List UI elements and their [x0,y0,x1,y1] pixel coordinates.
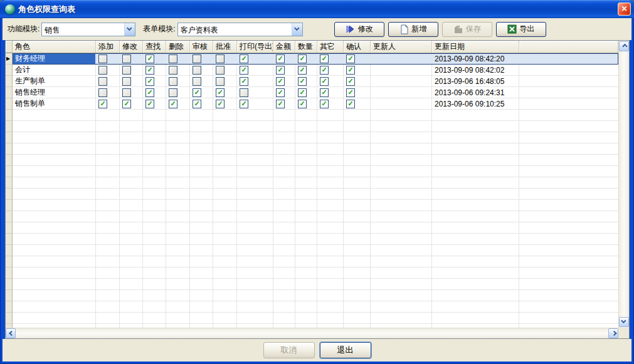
exit-button[interactable]: 退出 [320,342,371,358]
permission-checkbox[interactable]: ✓ [346,55,355,63]
permission-checkbox[interactable]: ✓ [169,100,177,108]
permission-cell[interactable]: ✓ [120,76,143,87]
cancel-button[interactable]: 取消 [263,342,315,358]
permission-checkbox[interactable]: ✓ [145,77,154,86]
permission-checkbox[interactable]: ✓ [98,77,107,86]
export-button[interactable]: 导出 [496,22,546,37]
permission-cell[interactable]: ✓ [295,65,317,76]
permission-checkbox[interactable]: ✓ [145,55,154,63]
permission-checkbox[interactable]: ✓ [216,55,225,63]
permission-checkbox[interactable]: ✓ [98,55,107,63]
column-header-perm[interactable]: 其它 [317,41,344,53]
permission-checkbox[interactable]: ✓ [276,55,285,63]
permission-cell[interactable]: ✓ [96,65,120,76]
new-button[interactable]: 新增 [388,22,438,37]
table-row[interactable]: ▶财务经理✓✓✓✓✓✓✓✓✓✓✓2013-09-09 08:42:20 [6,53,618,65]
permission-cell[interactable]: ✓ [295,87,317,98]
permission-cell[interactable]: ✓ [237,98,273,110]
permission-checkbox[interactable]: ✓ [216,88,225,97]
permission-cell[interactable]: ✓ [143,65,166,76]
column-header-updater[interactable]: 更新人 [371,41,432,53]
permission-checkbox[interactable]: ✓ [298,88,307,97]
permission-checkbox[interactable]: ✓ [240,88,248,97]
permission-cell[interactable]: ✓ [213,76,237,87]
column-header-perm[interactable]: 审核 [190,41,213,53]
permission-checkbox[interactable]: ✓ [298,66,307,75]
permission-cell[interactable]: ✓ [120,53,143,65]
updated-date-cell[interactable]: 2013-09-09 08:42:20 [432,53,519,65]
updated-by-cell[interactable] [371,65,432,76]
table-row[interactable]: 生产制单✓✓✓✓✓✓✓✓✓✓✓2013-09-06 16:48:05 [6,76,618,87]
permission-checkbox[interactable]: ✓ [145,100,154,108]
permission-cell[interactable]: ✓ [317,87,344,98]
permission-checkbox[interactable]: ✓ [298,55,307,63]
permission-checkbox[interactable]: ✓ [145,66,154,75]
permission-checkbox[interactable]: ✓ [122,88,131,97]
permission-checkbox[interactable]: ✓ [346,77,355,86]
updated-by-cell[interactable] [371,87,432,98]
permission-checkbox[interactable]: ✓ [122,66,131,75]
permission-cell[interactable]: ✓ [190,76,213,87]
permission-cell[interactable]: ✓ [273,53,295,65]
permission-checkbox[interactable]: ✓ [320,66,329,75]
permission-checkbox[interactable]: ✓ [216,77,225,86]
permission-cell[interactable]: ✓ [96,76,120,87]
column-header-perm[interactable]: 数量 [295,41,317,53]
permission-checkbox[interactable]: ✓ [276,88,285,97]
column-header-role[interactable]: 角色 [13,41,96,53]
form-combobox[interactable]: 客户资料表 [177,23,303,36]
permission-checkbox[interactable]: ✓ [122,100,131,108]
permission-checkbox[interactable]: ✓ [276,66,285,75]
permission-checkbox[interactable]: ✓ [240,77,248,86]
permission-checkbox[interactable]: ✓ [298,77,307,86]
scroll-right-icon[interactable] [608,328,618,338]
permission-cell[interactable]: ✓ [190,53,213,65]
permission-cell[interactable]: ✓ [213,87,237,98]
updated-date-cell[interactable]: 2013-09-06 09:24:31 [432,87,519,98]
updated-by-cell[interactable] [371,98,432,110]
scroll-left-icon[interactable] [6,328,16,338]
role-cell[interactable]: 财务经理 [13,53,96,65]
permission-cell[interactable]: ✓ [96,98,120,110]
scroll-down-icon[interactable] [619,317,629,327]
scroll-up-icon[interactable] [619,41,629,51]
permission-cell[interactable]: ✓ [120,65,143,76]
permission-cell[interactable]: ✓ [317,53,344,65]
vertical-scrollbar[interactable] [618,41,629,328]
permission-cell[interactable]: ✓ [344,53,371,65]
save-button[interactable]: 保存 [442,22,492,37]
permission-checkbox[interactable]: ✓ [346,66,355,75]
permission-checkbox[interactable]: ✓ [320,88,329,97]
module-combobox[interactable]: 销售 [41,23,135,36]
permission-checkbox[interactable]: ✓ [346,100,355,108]
permission-cell[interactable]: ✓ [295,76,317,87]
column-header-perm[interactable]: 打印(导出) [237,41,273,53]
permission-cell[interactable]: ✓ [213,65,237,76]
permission-checkbox[interactable]: ✓ [193,66,201,75]
permission-cell[interactable]: ✓ [273,76,295,87]
permission-checkbox[interactable]: ✓ [240,100,248,108]
permission-cell[interactable]: ✓ [237,76,273,87]
permission-cell[interactable]: ✓ [237,53,273,65]
permission-cell[interactable]: ✓ [344,98,371,110]
permission-checkbox[interactable]: ✓ [169,55,177,63]
role-cell[interactable]: 生产制单 [13,76,96,87]
permission-checkbox[interactable]: ✓ [193,77,201,86]
column-header-perm[interactable]: 修改 [120,41,143,53]
permission-checkbox[interactable]: ✓ [216,100,225,108]
permission-cell[interactable]: ✓ [237,87,273,98]
permission-checkbox[interactable]: ✓ [193,88,201,97]
permission-cell[interactable]: ✓ [120,98,143,110]
permission-checkbox[interactable]: ✓ [346,88,355,97]
column-header-perm[interactable]: 批准 [213,41,237,53]
permission-cell[interactable]: ✓ [317,98,344,110]
permission-cell[interactable]: ✓ [190,65,213,76]
permission-checkbox[interactable]: ✓ [145,88,154,97]
chevron-down-icon[interactable] [124,23,135,36]
updated-by-cell[interactable] [371,53,432,65]
permission-cell[interactable]: ✓ [166,76,190,87]
permission-cell[interactable]: ✓ [166,53,190,65]
permission-cell[interactable]: ✓ [166,98,190,110]
permission-cell[interactable]: ✓ [273,87,295,98]
column-header-perm[interactable]: 查找 [143,41,166,53]
